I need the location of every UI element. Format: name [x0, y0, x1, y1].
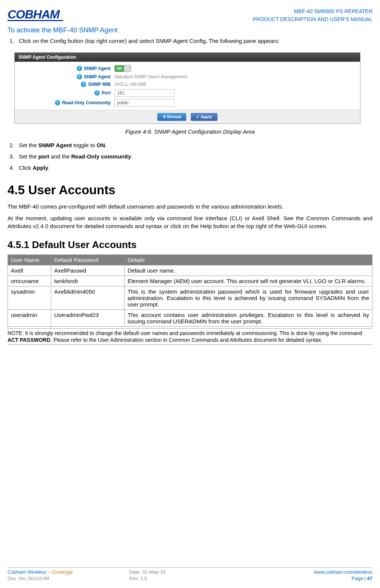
- logo-block: COBHAM: [8, 8, 63, 21]
- port-input[interactable]: [114, 89, 175, 97]
- th-pass: Default Password: [51, 255, 125, 265]
- info-icon: ?: [77, 66, 82, 71]
- figure-caption: Figure 4-9. SNMP Agent Configuration Dis…: [8, 128, 372, 135]
- table-row: Axell AxellPasswd Default user name.: [8, 265, 372, 276]
- snmp-row-agent-text: ?SNMP Agent Standard SNMP Alarm Manageme…: [15, 73, 360, 81]
- footer-center2: Rev. 1.0: [129, 576, 251, 581]
- table-row: omcuname iwnkhoob Element Manager (AEM) …: [8, 276, 372, 286]
- table-row: useradmin UseradminPwd23 This account co…: [8, 310, 372, 327]
- product-line1: MBF-40 SMR900 PS REPEATER: [253, 8, 372, 15]
- step-1: Click on the Config button (top right co…: [16, 37, 372, 46]
- step-3: Set the port and the Read-Only community…: [16, 152, 372, 161]
- community-input[interactable]: [114, 99, 175, 107]
- snmp-row-mib: ?SNMP MIB AXELL-AM-MIB: [15, 81, 360, 88]
- snmp-body: ?SNMP Agent ON ?SNMP Agent Standard SNMP…: [15, 62, 360, 110]
- footer-center1: Date: 31-May-18: [129, 569, 251, 575]
- table-row: sysadmin AxellAdmin4050 This is the syst…: [8, 286, 372, 310]
- snmp-row-agent-toggle: ?SNMP Agent ON: [15, 64, 360, 73]
- table-header-row: User Name Default Password Details: [8, 255, 372, 265]
- footer-right1: www.cobham.com/wireless: [251, 569, 372, 575]
- section-4-5-p2: At the moment, updating user accounts is…: [8, 214, 372, 230]
- steps-list: Click on the Config button (top right co…: [16, 37, 372, 46]
- intro-title: To activate the MBF-40 SNMP Agent: [8, 26, 372, 34]
- product-line2: PRODUCT DESCRIPTION AND USER'S MANUAL: [253, 15, 372, 23]
- page-header: COBHAM MBF-40 SMR900 PS REPEATER PRODUCT…: [8, 8, 372, 23]
- info-icon: ?: [94, 90, 100, 96]
- steps-continue: Set the SNMP Agent toggle to ON. Set the…: [16, 141, 372, 172]
- reload-button[interactable]: ↺ Reload: [157, 113, 186, 121]
- footer-left1: Cobham Wireless – Coverage: [8, 569, 129, 575]
- info-icon: ?: [81, 82, 86, 87]
- accounts-table: User Name Default Password Details Axell…: [8, 254, 372, 327]
- th-details: Details: [125, 255, 372, 265]
- snmp-row-community: ?Read-Only Community: [15, 98, 360, 108]
- info-icon: ?: [77, 74, 82, 79]
- snmp-toggle[interactable]: ON: [114, 65, 131, 72]
- logo-text: COBHAM: [8, 8, 63, 21]
- header-right: MBF-40 SMR900 PS REPEATER PRODUCT DESCRI…: [253, 8, 372, 23]
- snmp-panel: SNMP Agent Configuration ?SNMP Agent ON …: [14, 52, 360, 124]
- section-4-5-p1: The MBF-40 comes pre-configured with def…: [8, 203, 372, 210]
- page-footer: Cobham Wireless – Coverage Date: 31-May-…: [8, 567, 372, 581]
- info-icon: ?: [55, 100, 60, 105]
- step-2: Set the SNMP Agent toggle to ON.: [16, 141, 372, 150]
- toggle-handle-icon: [124, 65, 131, 72]
- snmp-button-bar: ↺ Reload ✓ Apply: [15, 110, 360, 123]
- footer-left2: Doc. No. 00141UM: [8, 576, 129, 581]
- snmp-panel-title: SNMP Agent Configuration: [15, 53, 360, 62]
- section-4-5-title: 4.5 User Accounts: [8, 183, 372, 197]
- snmp-figure: SNMP Agent Configuration ?SNMP Agent ON …: [14, 52, 372, 124]
- snmp-row-port: ?Port: [15, 88, 360, 98]
- step-4: Click Apply.: [16, 163, 372, 172]
- th-user: User Name: [8, 255, 51, 265]
- footer-right2: Page | 47: [251, 576, 372, 581]
- section-4-5-1-title: 4.5.1 Default User Accounts: [8, 239, 372, 251]
- note-text: NOTE: It is strongly recommended to chan…: [8, 328, 372, 345]
- apply-button[interactable]: ✓ Apply: [191, 113, 217, 121]
